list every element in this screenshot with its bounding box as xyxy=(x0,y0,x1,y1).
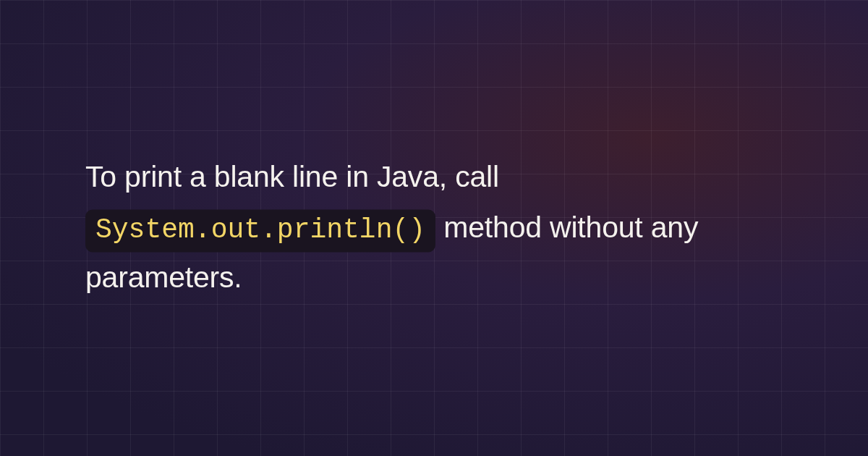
text-before-code: To print a blank line in Java, call xyxy=(85,160,499,193)
main-text: To print a blank line in Java, call Syst… xyxy=(85,152,783,303)
inline-code-snippet: System.out.println() xyxy=(85,209,435,252)
